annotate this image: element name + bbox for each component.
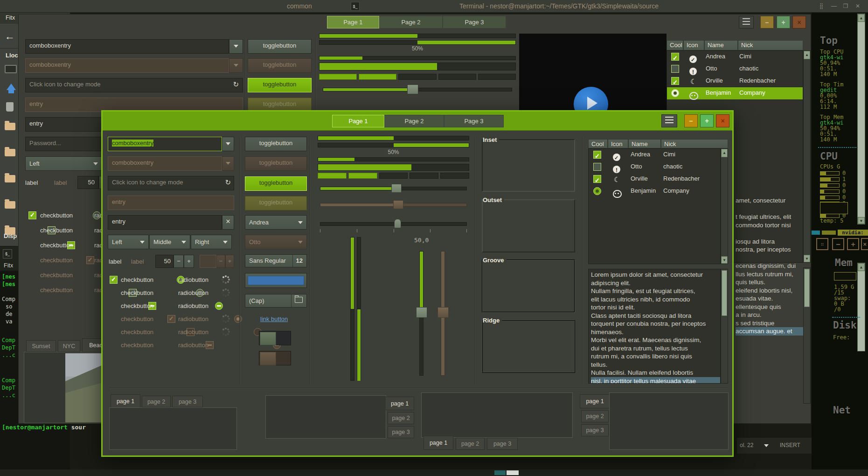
- headerbar[interactable]: Page 1 Page 2 Page 3 – + ×: [103, 112, 732, 131]
- table-row[interactable]: Andrea Cimi: [589, 149, 720, 161]
- scrollbar-vertical[interactable]: [803, 267, 811, 404]
- link-button[interactable]: link button: [260, 315, 288, 322]
- close-button[interactable]: ×: [792, 16, 806, 28]
- row-checkbox[interactable]: [593, 175, 601, 183]
- panel-app-label[interactable]: common: [287, 2, 312, 10]
- spin-plus-button[interactable]: +: [184, 255, 194, 268]
- file-chooser-button[interactable]: (Cap): [245, 294, 307, 308]
- comboboxentry-input[interactable]: comboboxentry: [25, 39, 229, 54]
- terminal-icon[interactable]: $_: [351, 2, 360, 11]
- maximize-button[interactable]: +: [700, 114, 714, 127]
- scrollbar-vertical[interactable]: ▲ ▼: [803, 50, 811, 263]
- menu-button[interactable]: [661, 114, 677, 127]
- scroll-down-icon[interactable]: ▼: [721, 256, 728, 264]
- tab-page2[interactable]: Page 2: [379, 16, 443, 28]
- scrollbar-vertical[interactable]: ▲ ▼: [857, 14, 865, 224]
- row-radio[interactable]: [671, 89, 679, 97]
- row-checkbox[interactable]: [671, 77, 679, 85]
- taskbar-item-teal[interactable]: [494, 470, 506, 475]
- row-checkbox[interactable]: [593, 163, 601, 171]
- align-combo-left[interactable]: Left: [108, 235, 149, 249]
- switch-handle[interactable]: [260, 332, 276, 345]
- comboboxentry-input-focused[interactable]: comboboxentry: [108, 137, 222, 151]
- table-row[interactable]: Otto chaotic: [667, 63, 803, 75]
- minimize-button[interactable]: –: [684, 114, 698, 127]
- column-header-cool[interactable]: Cool: [667, 40, 683, 50]
- vscale-handle[interactable]: [416, 307, 427, 318]
- table-row-selected[interactable]: Benjamin Company: [667, 87, 803, 99]
- tab-page3[interactable]: Page 3: [443, 16, 506, 28]
- spinbutton-value[interactable]: 50: [77, 176, 99, 189]
- notebook2-tab-page1[interactable]: page 1: [386, 397, 414, 410]
- hscale-handle[interactable]: [391, 184, 402, 193]
- notebook2-tab-page2[interactable]: page 2: [388, 412, 414, 424]
- table-row[interactable]: ☾ Orville Redenbacher: [667, 75, 803, 87]
- folder-icon[interactable]: [5, 123, 15, 130]
- checkbox-checked[interactable]: [110, 276, 118, 284]
- tab-page1-active[interactable]: Page 1: [332, 115, 384, 127]
- togglebutton[interactable]: togglebutton: [248, 39, 312, 54]
- folder-music-icon[interactable]: [5, 149, 15, 156]
- back-arrow-icon[interactable]: ←: [5, 30, 15, 42]
- column-header-cool[interactable]: Cool: [588, 139, 608, 148]
- notebook4-tab-page2[interactable]: page 2: [581, 410, 609, 422]
- color-button[interactable]: [245, 273, 307, 288]
- column-header-icon[interactable]: Icon: [608, 139, 628, 148]
- radio-indeterminate[interactable]: [215, 302, 223, 310]
- togglebutton-active[interactable]: togglebutton: [248, 78, 312, 92]
- spin-minus-button[interactable]: −: [174, 255, 184, 268]
- taskbar-item-white[interactable]: [507, 470, 519, 475]
- column-header-icon[interactable]: Icon: [683, 40, 704, 50]
- textview-fragment[interactable]: amet, consectetur t feugiat ultrices, el…: [736, 196, 803, 337]
- column-header-name[interactable]: Name: [704, 40, 738, 50]
- notebook4-tab-page1[interactable]: page 1: [580, 394, 610, 408]
- notebook1-tab-page1[interactable]: page 1: [111, 394, 140, 408]
- table-row[interactable]: Andrea Cimi: [667, 51, 803, 63]
- maximize-icon[interactable]: ❐: [841, 2, 850, 10]
- treeview[interactable]: Andrea Cimi Otto chaotic ☾ Orville Reden…: [588, 148, 721, 264]
- row-radio[interactable]: [593, 187, 601, 195]
- folder-videos-icon[interactable]: [5, 201, 15, 209]
- icon-entry[interactable]: Click icon to change mode ↻: [108, 176, 234, 190]
- row-checkbox[interactable]: [671, 65, 679, 73]
- checkbox-checked[interactable]: [28, 211, 36, 219]
- entry[interactable]: entry: [108, 215, 222, 230]
- photo-tab-sunset[interactable]: Sunset: [26, 340, 56, 352]
- name-combobox[interactable]: Andrea: [245, 215, 307, 230]
- hscale-marks[interactable]: [320, 222, 467, 226]
- textview[interactable]: Lorem ipsum dolor sit amet, consectetura…: [588, 269, 721, 384]
- scroll-up-icon[interactable]: ▲: [721, 149, 728, 157]
- menu-button[interactable]: [739, 16, 754, 28]
- close-button[interactable]: ×: [716, 114, 729, 127]
- row-checkbox[interactable]: [671, 53, 679, 61]
- folder-pictures-icon[interactable]: [5, 175, 15, 182]
- maximize-button[interactable]: +: [777, 16, 790, 28]
- notebook3-tab-page2[interactable]: page 2: [456, 438, 485, 450]
- tab-page2[interactable]: Page 2: [384, 115, 444, 127]
- refresh-icon[interactable]: ↻: [233, 78, 239, 91]
- hscale-handle[interactable]: [407, 84, 418, 94]
- grid-icon[interactable]: ⣿: [817, 2, 826, 10]
- font-button[interactable]: Sans Regular 12: [245, 254, 307, 267]
- table-row[interactable]: Benjamin Company: [589, 185, 720, 197]
- notebook2-tab-page3[interactable]: page 3: [388, 426, 414, 438]
- notebook1-tab-page3[interactable]: page 3: [172, 396, 203, 407]
- computer-icon[interactable]: [5, 65, 17, 73]
- notebook3-tab-page3[interactable]: page 3: [487, 438, 518, 450]
- column-header-nick[interactable]: Nick: [738, 40, 803, 50]
- tab-page3[interactable]: Page 3: [444, 115, 504, 127]
- table-row[interactable]: Otto chaotic: [589, 161, 720, 173]
- chevron-down-icon[interactable]: [764, 444, 769, 447]
- tab-page1[interactable]: Page 1: [327, 16, 379, 28]
- minimize-icon[interactable]: −: [832, 238, 844, 250]
- refresh-icon[interactable]: ↻: [225, 176, 231, 189]
- table-row[interactable]: ☾ Orville Redenbacher: [589, 173, 720, 185]
- notebook1-tab-page2[interactable]: page 2: [142, 396, 171, 407]
- align-combo-left[interactable]: Left: [25, 156, 102, 171]
- scrollbar-vertical[interactable]: [721, 269, 728, 384]
- scrollbar-vertical[interactable]: ▲: [857, 263, 865, 351]
- grid-dots-icon[interactable]: ∷: [816, 238, 828, 250]
- icon-entry[interactable]: Click icon to change mode ↻: [25, 78, 243, 92]
- scroll-down-icon[interactable]: ▼: [858, 217, 865, 224]
- minimize-button[interactable]: –: [760, 16, 774, 28]
